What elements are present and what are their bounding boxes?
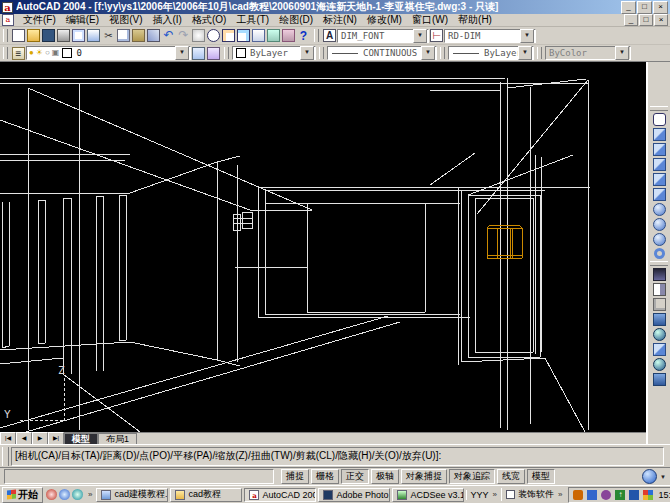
plot-icon[interactable] (57, 29, 70, 42)
quick-launch-chevron-icon[interactable]: » (86, 490, 94, 499)
quick-launch-1-icon[interactable] (46, 489, 57, 500)
properties-palette-icon[interactable] (252, 29, 265, 42)
chevron-down-icon[interactable]: ▼ (518, 46, 532, 60)
toggle-osnap[interactable]: 对象捕捉 (401, 469, 447, 484)
pan-realtime-icon[interactable] (192, 29, 205, 42)
menu-format[interactable]: 格式(O) (187, 13, 231, 27)
zoom-previous-icon[interactable] (237, 29, 250, 42)
shade-flat-edges-icon[interactable] (653, 373, 666, 386)
close-button[interactable]: × (653, 1, 668, 14)
toolbar-grip[interactable] (224, 47, 229, 60)
qnew-icon[interactable] (12, 29, 25, 42)
coordinate-readout[interactable] (4, 469, 274, 484)
toolbar-grip[interactable] (440, 47, 445, 60)
open-icon[interactable] (27, 29, 40, 42)
dish-icon[interactable] (653, 233, 666, 246)
menu-draw[interactable]: 绘图(D) (274, 13, 318, 27)
torus-icon[interactable] (654, 248, 665, 259)
menu-insert[interactable]: 插入(I) (147, 13, 186, 27)
tray-5-icon[interactable] (629, 490, 639, 500)
toolbar-grip[interactable] (650, 106, 668, 111)
band-chevron-icon[interactable]: » (490, 490, 498, 499)
toolbar-grip[interactable] (314, 29, 319, 43)
make-object-layer-current-icon[interactable] (192, 47, 205, 60)
plot-preview-icon[interactable] (72, 29, 85, 42)
dim-style-icon[interactable]: ⊢ (430, 29, 443, 42)
toolbar-grip[interactable] (3, 29, 8, 43)
toggle-lwt[interactable]: 线宽 (497, 469, 525, 484)
redo-icon[interactable]: ↷ (177, 29, 190, 42)
tray-3-icon[interactable] (601, 490, 611, 500)
save-icon[interactable] (42, 29, 55, 42)
selected-box[interactable] (487, 225, 522, 258)
publish-icon[interactable] (87, 29, 100, 42)
band-chevron-icon[interactable]: » (556, 490, 564, 499)
status-tray-chevron-icon[interactable]: ▼ (660, 474, 666, 480)
text-style-icon[interactable]: A (323, 29, 336, 42)
tray-4-icon[interactable]: ↑ (615, 490, 625, 500)
doc-restore-button[interactable]: □ (639, 14, 653, 26)
tray-6-icon[interactable] (643, 490, 653, 500)
2d-solid-icon[interactable] (653, 113, 666, 126)
toolbar-grip[interactable] (3, 47, 8, 60)
text-style-combo[interactable]: DIM_FONT ▼ (337, 29, 429, 43)
menu-window[interactable]: 窗口(W) (407, 13, 453, 27)
chevron-down-icon[interactable]: ▼ (520, 29, 534, 43)
menu-help[interactable]: 帮助(H) (453, 13, 497, 27)
drawing-canvas[interactable]: Z Y (0, 62, 646, 432)
chevron-down-icon[interactable]: ▼ (300, 46, 314, 60)
toolbar-grip[interactable] (537, 47, 542, 60)
toggle-ortho[interactable]: 正交 (341, 469, 369, 484)
zoom-realtime-icon[interactable] (207, 29, 220, 42)
dim-style-combo[interactable]: RD-DIM ▼ (444, 29, 536, 43)
hide-icon[interactable] (653, 283, 666, 296)
shade-3d-wireframe-icon[interactable] (653, 313, 666, 326)
cut-icon[interactable]: ✂ (102, 29, 115, 42)
layer-properties-icon[interactable]: ≡ (12, 47, 25, 60)
linetype-combo[interactable]: CONTINUOUS ▼ (327, 46, 437, 60)
paste-icon[interactable] (132, 29, 145, 42)
3d-face-icon[interactable] (653, 128, 666, 141)
command-window-grip[interactable] (2, 447, 9, 466)
copy-icon[interactable] (117, 29, 130, 42)
chevron-down-icon[interactable]: ▼ (175, 46, 189, 60)
shade-flat-icon[interactable] (653, 343, 666, 356)
wedge-icon[interactable] (653, 158, 666, 171)
doc-close-button[interactable]: × (654, 14, 668, 26)
toggle-polar[interactable]: 极轴 (371, 469, 399, 484)
quick-launch-2-icon[interactable] (59, 489, 70, 500)
layer-combo[interactable]: ● ☀ ○ ▣ 0 ▼ (26, 46, 191, 60)
menu-file[interactable]: 文件(F) (18, 13, 61, 27)
toolbar-grip[interactable] (650, 261, 668, 266)
zoom-window-icon[interactable] (222, 29, 235, 42)
quick-launch-3-icon[interactable] (72, 489, 83, 500)
menu-modify[interactable]: 修改(M) (362, 13, 407, 27)
doc-minimize-button[interactable]: _ (624, 14, 638, 26)
drawing-doc-icon[interactable]: a (2, 14, 14, 26)
designcenter-icon[interactable] (267, 29, 280, 42)
dome-icon[interactable] (653, 218, 666, 231)
lineweight-combo[interactable]: ByLayer ▼ (448, 46, 534, 60)
undo-icon[interactable]: ↶ (162, 29, 175, 42)
taskbar-task-autocad[interactable]: a AutoCAD 200... (244, 488, 316, 502)
toggle-grid[interactable]: 栅格 (311, 469, 339, 484)
toolbar-grip[interactable] (319, 47, 324, 60)
chevron-down-icon[interactable]: ▼ (413, 29, 427, 43)
render-icon[interactable] (653, 268, 666, 281)
menu-view[interactable]: 视图(V) (104, 13, 147, 27)
color-combo[interactable]: ByLayer ▼ (232, 46, 316, 60)
match-properties-icon[interactable] (147, 29, 160, 42)
communication-center-icon[interactable] (642, 469, 657, 484)
taskbar-task-photoshop[interactable]: Adobe Photo... (318, 488, 390, 502)
help-icon[interactable]: ? (297, 29, 310, 42)
box-surface-icon[interactable] (653, 143, 666, 156)
taskbar-band-yyy[interactable]: YYY » (466, 490, 498, 500)
pyramid-icon[interactable] (653, 173, 666, 186)
menu-tools[interactable]: 工具(T) (231, 13, 274, 27)
tool-palettes-icon[interactable] (282, 29, 295, 42)
start-button[interactable]: 开始 (2, 487, 43, 503)
cone-icon[interactable] (653, 188, 666, 201)
chevron-down-icon[interactable]: ▼ (421, 46, 435, 60)
restore-button[interactable]: □ (637, 1, 652, 14)
menu-dimension[interactable]: 标注(N) (318, 13, 362, 27)
